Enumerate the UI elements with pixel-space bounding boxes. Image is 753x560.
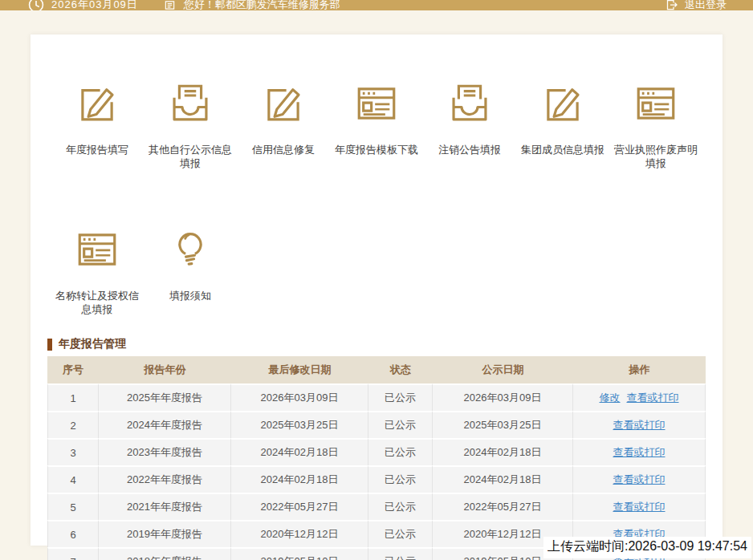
form-icon — [74, 226, 120, 273]
menu-item-2[interactable]: 其他自行公示信息填报 — [144, 80, 237, 170]
cell-last-modified: 2019年05月10日 — [231, 547, 368, 560]
main-card: 年度报告填写其他自行公示信息填报信用信息修复年度报告模板下载注销公告填报集团成员… — [31, 34, 722, 546]
menu-item-4[interactable]: 年度报告模板下载 — [330, 80, 423, 170]
menu-item-1[interactable]: 年度报告填写 — [51, 80, 144, 170]
menu-item-6[interactable]: 集团成员信息填报 — [516, 80, 609, 170]
cell-publish-date: 2024年02月18日 — [433, 438, 573, 465]
view-or-print-link[interactable]: 查看或打印 — [613, 473, 665, 485]
status-badge: 已公示 — [368, 547, 433, 560]
cell-no: 3 — [47, 438, 99, 465]
cell-actions: 查看或打印 — [573, 438, 706, 465]
table-row: 32023年年度报告2024年02月18日已公示2024年02月18日查看或打印 — [47, 438, 706, 465]
cell-report-year: 2025年年度报告 — [99, 383, 231, 411]
col-header-5: 公示日期 — [433, 356, 573, 383]
cell-report-year: 2023年年度报告 — [99, 438, 231, 465]
topbar-date: 2026年03月09日 — [51, 0, 138, 10]
section-title-marker — [47, 339, 52, 351]
menu-item-label: 其他自行公示信息填报 — [144, 143, 237, 170]
inbox-icon — [446, 80, 493, 127]
col-header-2: 报告年份 — [99, 356, 231, 383]
cell-report-year: 2018年年度报告 — [99, 547, 231, 560]
topbar-greeting: 您好！郫都区鹏发汽车维修服务部 — [184, 0, 340, 10]
form-icon — [353, 80, 400, 127]
status-badge: 已公示 — [368, 383, 433, 411]
cell-last-modified: 2020年12月12日 — [231, 520, 368, 547]
edit-icon — [539, 80, 586, 127]
col-header-3: 最后修改日期 — [231, 356, 368, 383]
menu-item-9[interactable]: 填报须知 — [144, 226, 237, 316]
cell-publish-date: 2024年02月18日 — [433, 465, 573, 493]
status-badge: 已公示 — [368, 493, 433, 520]
section-title-text: 年度报告管理 — [59, 337, 126, 351]
clock-icon — [28, 0, 44, 10]
upload-time-text: 上传云端时间:2026-03-09 19:47:54 — [543, 537, 751, 558]
menu-item-3[interactable]: 信用信息修复 — [237, 80, 330, 170]
modify-link[interactable]: 修改 — [600, 392, 621, 404]
menu-item-label: 名称转让及授权信息填报 — [51, 289, 144, 316]
status-badge: 已公示 — [368, 465, 433, 493]
view-or-print-link[interactable]: 查看或打印 — [627, 392, 679, 404]
cell-no: 2 — [47, 411, 99, 438]
edit-icon — [74, 80, 120, 127]
cell-no: 4 — [47, 465, 99, 493]
cell-publish-date: 2025年03月25日 — [433, 411, 573, 438]
col-header-1: 序号 — [47, 356, 99, 383]
cell-no: 5 — [47, 493, 99, 520]
cell-last-modified: 2025年03月25日 — [231, 411, 368, 438]
inbox-icon — [167, 80, 214, 127]
table-row: 22024年年度报告2025年03月25日已公示2025年03月25日查看或打印 — [47, 411, 706, 438]
col-header-6: 操作 — [573, 356, 706, 383]
cell-no: 6 — [47, 520, 99, 547]
cell-last-modified: 2024年02月18日 — [231, 438, 368, 465]
status-badge: 已公示 — [368, 438, 433, 465]
menu-item-8[interactable]: 名称转让及授权信息填报 — [51, 226, 144, 316]
cell-report-year: 2019年年度报告 — [99, 520, 231, 547]
menu-item-label: 年度报告填写 — [51, 143, 144, 156]
menu-item-7[interactable]: 营业执照作废声明填报 — [609, 80, 702, 170]
cell-no: 7 — [47, 547, 99, 560]
cell-report-year: 2024年年度报告 — [99, 411, 231, 438]
status-badge: 已公示 — [368, 520, 433, 547]
id-card-icon — [164, 0, 176, 10]
menu-item-label: 营业执照作废声明填报 — [609, 143, 702, 170]
edit-icon — [260, 80, 307, 127]
menu-item-label: 信用信息修复 — [237, 143, 330, 156]
cell-no: 1 — [47, 383, 99, 411]
cell-last-modified: 2022年05月27日 — [231, 493, 368, 520]
menu-item-label: 填报须知 — [144, 289, 237, 302]
cell-last-modified: 2026年03月09日 — [231, 383, 368, 411]
table-row: 12025年年度报告2026年03月09日已公示2026年03月09日修改查看或… — [47, 383, 706, 411]
section-title: 年度报告管理 — [47, 337, 706, 351]
form-icon — [633, 80, 679, 127]
logout-label: 退出登录 — [685, 0, 727, 10]
topbar: 2026年03月09日 您好！郫都区鹏发汽车维修服务部 退出登录 — [0, 0, 753, 10]
menu-item-label: 注销公告填报 — [423, 143, 516, 156]
menu-item-5[interactable]: 注销公告填报 — [423, 80, 516, 170]
cell-report-year: 2022年年度报告 — [99, 465, 231, 493]
logout-icon — [665, 0, 678, 10]
cell-actions: 查看或打印 — [573, 411, 706, 438]
annual-report-table: 序号报告年份最后修改日期状态公示日期操作 12025年年度报告2026年03月0… — [47, 356, 706, 560]
cell-publish-date: 2022年05月27日 — [433, 493, 573, 520]
table-row: 42022年年度报告2024年02月18日已公示2024年02月18日查看或打印 — [47, 465, 706, 493]
cell-actions: 查看或打印 — [573, 493, 706, 520]
menu-item-label: 集团成员信息填报 — [516, 143, 609, 156]
view-or-print-link[interactable]: 查看或打印 — [613, 419, 665, 431]
cell-last-modified: 2024年02月18日 — [231, 465, 368, 493]
status-badge: 已公示 — [368, 411, 433, 438]
cell-publish-date: 2026年03月09日 — [433, 383, 573, 411]
menu-item-label: 年度报告模板下载 — [330, 143, 423, 156]
cell-actions: 查看或打印 — [573, 465, 706, 493]
col-header-4: 状态 — [368, 356, 433, 383]
logout-button[interactable]: 退出登录 — [665, 0, 727, 10]
menu-grid: 年度报告填写其他自行公示信息填报信用信息修复年度报告模板下载注销公告填报集团成员… — [31, 34, 722, 316]
table-header-row: 序号报告年份最后修改日期状态公示日期操作 — [47, 356, 706, 383]
cell-actions: 修改查看或打印 — [573, 383, 706, 411]
view-or-print-link[interactable]: 查看或打印 — [613, 501, 665, 513]
view-or-print-link[interactable]: 查看或打印 — [613, 446, 665, 458]
cell-report-year: 2021年年度报告 — [99, 493, 231, 520]
table-row: 52021年年度报告2022年05月27日已公示2022年05月27日查看或打印 — [47, 493, 706, 520]
bulb-icon — [167, 226, 214, 273]
topbar-inner: 2026年03月09日 您好！郫都区鹏发汽车维修服务部 退出登录 — [0, 0, 753, 10]
